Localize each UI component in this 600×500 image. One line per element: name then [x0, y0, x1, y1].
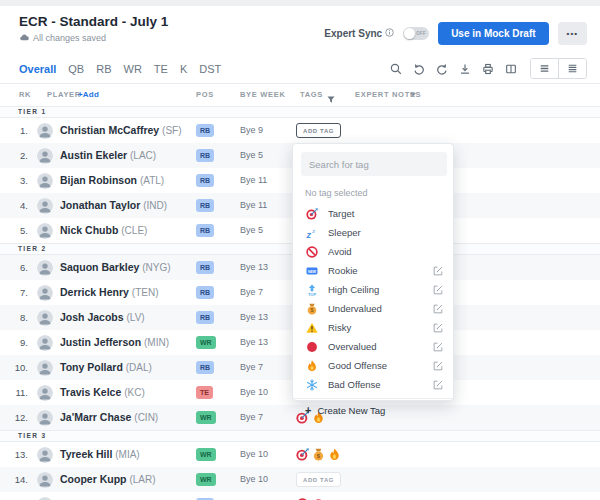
- svg-text:z: z: [306, 229, 312, 239]
- player-team: (NYG): [142, 262, 170, 273]
- edit-tag-icon[interactable]: [433, 323, 443, 333]
- column-player: PLAYER: [47, 84, 81, 106]
- edit-tag-icon[interactable]: [433, 285, 443, 295]
- add-tag-button[interactable]: ADD TAG: [296, 123, 341, 138]
- player-row[interactable]: 15.RB: [0, 492, 600, 500]
- tag-option-list: TargetzzSleeperAvoidNEWRookieTOPHigh Cei…: [293, 204, 453, 394]
- page-header: ECR - Standard - July 1 All changes save…: [0, 6, 600, 54]
- tag-option-label: Rookie: [328, 265, 433, 276]
- player-row[interactable]: 1.Christian McCaffrey (SF)RBBye 9ADD TAG: [0, 118, 600, 143]
- edit-tag-icon[interactable]: [433, 361, 443, 371]
- position-badge: RB: [196, 311, 214, 324]
- tab-k[interactable]: K: [180, 63, 187, 75]
- position-tabs: Overall QB RB WR TE K DST: [19, 63, 221, 75]
- tag-option-high-ceiling[interactable]: TOPHigh Ceiling: [293, 280, 453, 299]
- search-icon[interactable]: [390, 63, 402, 75]
- player-name: Saquon Barkley (NYG): [60, 255, 171, 280]
- player-name: Bijan Robinson (ATL): [60, 168, 164, 193]
- player-rank: 15.: [0, 492, 28, 500]
- position-badge: RB: [196, 149, 214, 162]
- tab-overall[interactable]: Overall: [19, 63, 56, 75]
- tag-option-target[interactable]: Target: [293, 204, 453, 223]
- position-badge: RB: [196, 261, 214, 274]
- player-name: Travis Kelce (KC): [60, 380, 145, 405]
- player-rank: 12.: [0, 405, 28, 430]
- good-offense-icon[interactable]: [328, 448, 341, 461]
- info-icon[interactable]: [385, 28, 394, 39]
- page-title: ECR - Standard - July 1: [19, 14, 168, 29]
- tab-qb[interactable]: QB: [68, 63, 84, 75]
- tab-wr[interactable]: WR: [124, 63, 142, 75]
- good-offense-icon: [305, 360, 318, 372]
- tags-filter-icon[interactable]: [327, 91, 335, 113]
- player-team: (KC): [124, 387, 145, 398]
- tag-option-risky[interactable]: Risky: [293, 318, 453, 337]
- player-avatar: [37, 285, 53, 301]
- player-team: (LAR): [129, 474, 155, 485]
- view-toggle-group: [530, 58, 587, 79]
- add-tag-button[interactable]: ADD TAG: [296, 472, 341, 487]
- tag-option-label: Good Offense: [328, 360, 433, 371]
- tag-search-input[interactable]: [301, 152, 447, 176]
- player-rank: 4.: [0, 193, 28, 218]
- edit-tag-icon[interactable]: [433, 380, 443, 390]
- player-row[interactable]: 13.Tyreek Hill (MIA)WRBye 10$: [0, 442, 600, 467]
- player-team: (CLE): [121, 225, 147, 236]
- tab-dst[interactable]: DST: [199, 63, 221, 75]
- bye-week: Bye 11: [240, 193, 267, 218]
- player-team: (LV): [127, 312, 145, 323]
- tag-option-good-offense[interactable]: Good Offense: [293, 356, 453, 375]
- bye-week: Bye 10: [240, 467, 268, 492]
- player-rank: 11.: [0, 380, 28, 405]
- tag-option-rookie[interactable]: NEWRookie: [293, 261, 453, 280]
- risky-icon: [305, 322, 318, 334]
- tag-option-overvalued[interactable]: Overvalued: [293, 337, 453, 356]
- player-name: Tyreek Hill (MIA): [60, 442, 140, 467]
- player-rank: 2.: [0, 143, 28, 168]
- tag-option-avoid[interactable]: Avoid: [293, 242, 453, 261]
- save-status: All changes saved: [19, 33, 168, 43]
- comfortable-view-icon[interactable]: [531, 59, 558, 78]
- add-player-link[interactable]: +Add: [78, 84, 99, 106]
- tag-option-undervalued[interactable]: $Undervalued: [293, 299, 453, 318]
- target-icon[interactable]: [296, 448, 309, 461]
- player-name: Tony Pollard (DAL): [60, 355, 152, 380]
- use-in-mock-draft-button[interactable]: Use in Mock Draft: [438, 22, 548, 45]
- bye-week: Bye 5: [240, 143, 263, 168]
- tag-option-sleeper[interactable]: zzSleeper: [293, 223, 453, 242]
- columns-icon[interactable]: [505, 63, 517, 75]
- player-rank: 5.: [0, 218, 28, 243]
- bye-week: Bye 13: [240, 255, 268, 280]
- redo-icon[interactable]: [436, 63, 448, 75]
- position-badge: RB: [196, 361, 214, 374]
- tab-te[interactable]: TE: [154, 63, 168, 75]
- compact-view-icon[interactable]: [558, 59, 586, 78]
- edit-tag-icon[interactable]: [433, 266, 443, 276]
- download-icon[interactable]: [459, 63, 471, 75]
- create-new-tag-button[interactable]: + Create New Tag: [293, 398, 453, 421]
- expert-notes-caret-icon[interactable]: [410, 93, 416, 97]
- edit-tag-icon[interactable]: [433, 342, 443, 352]
- position-badge: WR: [196, 411, 216, 424]
- print-icon[interactable]: [482, 63, 494, 75]
- tab-rb[interactable]: RB: [96, 63, 111, 75]
- position-badge: RB: [196, 199, 214, 212]
- expert-sync-toggle[interactable]: OFF: [403, 27, 429, 40]
- player-avatar: [37, 198, 53, 214]
- player-rank: 6.: [0, 255, 28, 280]
- bad-offense-icon: [305, 379, 318, 391]
- undo-icon[interactable]: [413, 63, 425, 75]
- tag-option-bad-offense[interactable]: Bad Offense: [293, 375, 453, 394]
- undervalued-icon[interactable]: $: [312, 448, 325, 461]
- overvalued-icon: [305, 341, 318, 353]
- player-avatar: [37, 123, 53, 139]
- player-row[interactable]: 14.Cooper Kupp (LAR)WRBye 10ADD TAG: [0, 467, 600, 492]
- position-badge: TE: [196, 386, 213, 399]
- player-team: (SF): [162, 125, 181, 136]
- edit-tag-icon[interactable]: [433, 304, 443, 314]
- more-options-button[interactable]: •••: [558, 22, 587, 45]
- target-icon: [305, 208, 318, 220]
- player-avatar: [37, 148, 53, 164]
- tier-header: TIER 1: [0, 106, 600, 118]
- header-actions: Expert Sync OFF Use in Mock Draft •••: [324, 22, 587, 45]
